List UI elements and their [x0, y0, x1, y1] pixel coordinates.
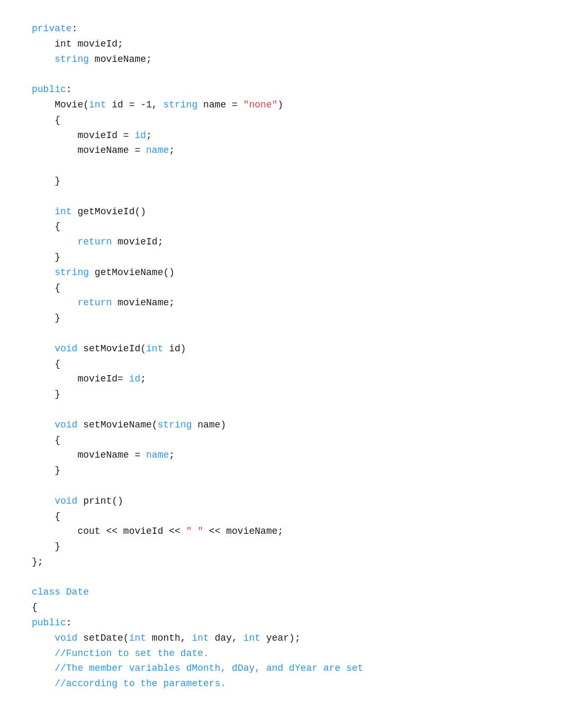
code-line: movieId= id;	[32, 371, 530, 387]
code-line: void setDate(int month, int day, int yea…	[32, 631, 530, 646]
code-token: name)	[192, 420, 226, 430]
code-token: Date	[66, 587, 89, 597]
code-line: movieName = name;	[32, 448, 530, 463]
code-token: movieName;	[89, 54, 152, 65]
code-token: }	[32, 252, 60, 262]
code-token	[32, 633, 55, 643]
code-line: //Function to set the date.	[32, 646, 530, 661]
code-token: }	[32, 176, 60, 186]
code-line: int getMovieId()	[32, 204, 530, 220]
code-block: private: int movieId; string movieName; …	[32, 21, 530, 691]
code-token: :	[66, 617, 72, 628]
code-token: day,	[209, 633, 243, 643]
code-token: year);	[260, 633, 301, 643]
code-line	[32, 570, 530, 585]
code-line	[32, 402, 530, 417]
code-token: Movie(	[32, 99, 89, 110]
code-line	[32, 67, 530, 82]
code-token: "none"	[243, 99, 278, 110]
code-token: void	[55, 420, 77, 430]
code-token: {	[32, 115, 60, 125]
code-line: public:	[32, 615, 530, 631]
code-token: " "	[186, 526, 203, 536]
code-line: {	[32, 509, 530, 524]
code-line: movieId = id;	[32, 128, 530, 143]
code-token: string	[163, 99, 197, 110]
code-token: movieId;	[77, 39, 123, 49]
code-token: {	[32, 435, 60, 445]
code-line: movieName = name;	[32, 143, 530, 158]
code-line: }	[32, 463, 530, 478]
code-line	[32, 478, 530, 494]
code-line: Movie(int id = -1, string name = "none")	[32, 97, 530, 113]
code-token: month,	[146, 633, 192, 643]
code-token: int	[89, 99, 106, 110]
code-token: name	[146, 450, 169, 460]
code-token: string	[158, 420, 192, 430]
code-token: )	[278, 99, 284, 110]
code-token: movieId =	[32, 130, 134, 141]
code-line	[32, 158, 530, 174]
code-line: }	[32, 539, 530, 554]
code-line: //according to the parameters.	[32, 676, 530, 691]
code-token: ;	[169, 145, 175, 156]
code-line: return movieId;	[32, 234, 530, 250]
code-token: movieName;	[112, 297, 175, 308]
code-token: id	[129, 374, 141, 384]
code-token: ;	[140, 374, 146, 384]
code-token: id = -1,	[106, 99, 163, 110]
code-line: }	[32, 387, 530, 402]
code-line: void setMovieId(int id)	[32, 341, 530, 357]
code-token: class	[32, 587, 66, 597]
code-token: print()	[77, 496, 123, 506]
code-line: }	[32, 174, 530, 189]
code-token: name =	[197, 99, 243, 110]
code-token: }	[32, 389, 60, 399]
code-token	[32, 343, 55, 354]
code-token: movieId;	[112, 236, 163, 247]
code-token: int	[129, 633, 146, 643]
code-token: ;	[169, 450, 175, 460]
code-token: int	[146, 343, 163, 354]
code-line: return movieName;	[32, 295, 530, 311]
code-token: :	[66, 84, 72, 95]
code-token: string	[55, 54, 89, 65]
code-token: //The member variables dMonth, dDay, and…	[55, 663, 363, 674]
code-token: void	[55, 633, 77, 643]
code-token: setMovieId(	[77, 343, 146, 354]
code-token: //Function to set the date.	[55, 648, 209, 659]
code-token: }	[32, 541, 60, 552]
code-token: :	[72, 23, 78, 34]
code-line: }	[32, 311, 530, 326]
code-token: }	[32, 313, 60, 323]
code-line: public:	[32, 82, 530, 97]
code-line: private:	[32, 21, 530, 37]
code-token	[32, 267, 55, 278]
code-line	[32, 326, 530, 341]
code-token: public	[32, 617, 66, 628]
code-line: };	[32, 554, 530, 570]
code-line: int movieId;	[32, 37, 530, 52]
code-line	[32, 189, 530, 204]
code-token: return	[77, 297, 112, 308]
code-token: ;	[146, 130, 152, 141]
code-token: {	[32, 221, 60, 232]
code-token: //according to the parameters.	[55, 678, 226, 689]
code-line: string getMovieName()	[32, 265, 530, 280]
code-line: cout << movieId << " " << movieName;	[32, 524, 530, 539]
code-token: name	[146, 145, 169, 156]
code-line: {	[32, 113, 530, 128]
code-line: }	[32, 250, 530, 265]
code-line: void print()	[32, 494, 530, 509]
code-line: void setMovieName(string name)	[32, 417, 530, 433]
code-token	[32, 206, 55, 217]
code-token: private	[32, 23, 72, 34]
code-token	[32, 678, 55, 689]
code-token: cout << movieId <<	[32, 526, 186, 536]
code-token: setMovieName(	[77, 420, 157, 430]
code-token	[32, 236, 77, 247]
code-line: {	[32, 280, 530, 296]
code-token: };	[32, 557, 43, 567]
code-token: id	[134, 130, 146, 141]
code-line: class Date	[32, 585, 530, 600]
